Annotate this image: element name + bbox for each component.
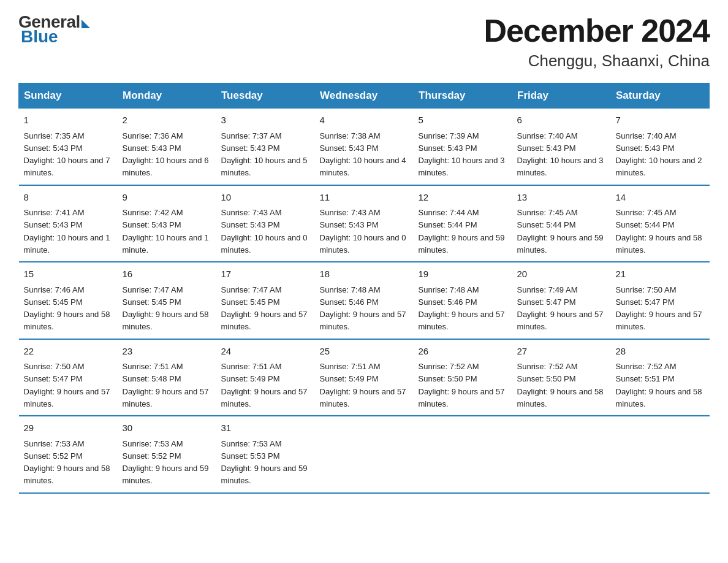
day-number: 6 <box>517 113 606 128</box>
col-sunday: Sunday <box>19 83 118 109</box>
title-section: December 2024 Chenggu, Shaanxi, China <box>483 12 710 71</box>
day-info: Sunrise: 7:49 AMSunset: 5:47 PMDaylight:… <box>517 285 604 332</box>
table-row: 5Sunrise: 7:39 AMSunset: 5:43 PMDaylight… <box>414 109 512 185</box>
day-number: 4 <box>320 113 409 128</box>
table-row: 29Sunrise: 7:53 AMSunset: 5:52 PMDayligh… <box>19 416 118 493</box>
table-row <box>611 416 710 493</box>
table-row: 27Sunrise: 7:52 AMSunset: 5:50 PMDayligh… <box>512 339 611 416</box>
day-info: Sunrise: 7:51 AMSunset: 5:49 PMDaylight:… <box>320 362 406 408</box>
table-row: 22Sunrise: 7:50 AMSunset: 5:47 PMDayligh… <box>19 339 118 416</box>
table-row: 15Sunrise: 7:46 AMSunset: 5:45 PMDayligh… <box>19 262 118 339</box>
day-number: 21 <box>616 267 705 282</box>
col-wednesday: Wednesday <box>315 83 414 109</box>
day-info: Sunrise: 7:45 AMSunset: 5:44 PMDaylight:… <box>616 208 702 255</box>
day-info: Sunrise: 7:36 AMSunset: 5:43 PMDaylight:… <box>123 131 209 178</box>
day-number: 1 <box>24 113 113 128</box>
logo-blue-text: Blue <box>21 27 58 47</box>
day-number: 16 <box>123 267 211 282</box>
day-number: 18 <box>320 267 409 282</box>
table-row: 11Sunrise: 7:43 AMSunset: 5:43 PMDayligh… <box>315 185 414 262</box>
day-info: Sunrise: 7:52 AMSunset: 5:50 PMDaylight:… <box>419 362 505 408</box>
day-number: 28 <box>616 345 705 359</box>
table-row: 8Sunrise: 7:41 AMSunset: 5:43 PMDaylight… <box>19 185 118 262</box>
col-monday: Monday <box>118 83 216 109</box>
day-info: Sunrise: 7:46 AMSunset: 5:45 PMDaylight:… <box>24 285 110 332</box>
table-row: 30Sunrise: 7:53 AMSunset: 5:52 PMDayligh… <box>118 416 216 493</box>
table-row: 1Sunrise: 7:35 AMSunset: 5:43 PMDaylight… <box>19 109 118 185</box>
day-number: 15 <box>24 267 113 282</box>
day-number: 3 <box>221 113 310 128</box>
day-info: Sunrise: 7:51 AMSunset: 5:49 PMDaylight:… <box>221 362 308 408</box>
table-row: 2Sunrise: 7:36 AMSunset: 5:43 PMDaylight… <box>118 109 216 185</box>
table-row: 23Sunrise: 7:51 AMSunset: 5:48 PMDayligh… <box>118 339 216 416</box>
calendar-week-row: 1Sunrise: 7:35 AMSunset: 5:43 PMDaylight… <box>19 109 710 185</box>
day-number: 2 <box>123 113 211 128</box>
table-row: 31Sunrise: 7:53 AMSunset: 5:53 PMDayligh… <box>216 416 315 493</box>
logo: General Blue <box>18 12 90 47</box>
calendar-header-row: Sunday Monday Tuesday Wednesday Thursday… <box>19 83 710 109</box>
table-row: 12Sunrise: 7:44 AMSunset: 5:44 PMDayligh… <box>414 185 512 262</box>
day-info: Sunrise: 7:47 AMSunset: 5:45 PMDaylight:… <box>221 285 308 332</box>
day-number: 24 <box>221 345 310 359</box>
day-number: 12 <box>419 191 507 205</box>
day-number: 14 <box>616 191 705 205</box>
table-row: 3Sunrise: 7:37 AMSunset: 5:43 PMDaylight… <box>216 109 315 185</box>
day-number: 31 <box>221 421 310 435</box>
month-title: December 2024 <box>483 12 710 49</box>
table-row: 6Sunrise: 7:40 AMSunset: 5:43 PMDaylight… <box>512 109 611 185</box>
day-info: Sunrise: 7:47 AMSunset: 5:45 PMDaylight:… <box>123 285 209 332</box>
col-saturday: Saturday <box>611 83 710 109</box>
table-row: 14Sunrise: 7:45 AMSunset: 5:44 PMDayligh… <box>611 185 710 262</box>
col-tuesday: Tuesday <box>216 83 315 109</box>
day-number: 7 <box>616 113 705 128</box>
day-info: Sunrise: 7:35 AMSunset: 5:43 PMDaylight:… <box>24 131 110 178</box>
table-row: 10Sunrise: 7:43 AMSunset: 5:43 PMDayligh… <box>216 185 315 262</box>
day-number: 26 <box>419 345 507 359</box>
day-info: Sunrise: 7:52 AMSunset: 5:50 PMDaylight:… <box>517 362 604 408</box>
table-row: 26Sunrise: 7:52 AMSunset: 5:50 PMDayligh… <box>414 339 512 416</box>
table-row: 25Sunrise: 7:51 AMSunset: 5:49 PMDayligh… <box>315 339 414 416</box>
location-title: Chenggu, Shaanxi, China <box>483 52 710 71</box>
table-row: 9Sunrise: 7:42 AMSunset: 5:43 PMDaylight… <box>118 185 216 262</box>
table-row: 16Sunrise: 7:47 AMSunset: 5:45 PMDayligh… <box>118 262 216 339</box>
day-info: Sunrise: 7:40 AMSunset: 5:43 PMDaylight:… <box>517 131 604 178</box>
table-row: 18Sunrise: 7:48 AMSunset: 5:46 PMDayligh… <box>315 262 414 339</box>
page-header: General Blue December 2024 Chenggu, Shaa… <box>18 12 710 71</box>
day-info: Sunrise: 7:38 AMSunset: 5:43 PMDaylight:… <box>320 131 406 178</box>
table-row: 13Sunrise: 7:45 AMSunset: 5:44 PMDayligh… <box>512 185 611 262</box>
calendar-table: Sunday Monday Tuesday Wednesday Thursday… <box>18 83 710 494</box>
day-info: Sunrise: 7:53 AMSunset: 5:52 PMDaylight:… <box>123 439 209 486</box>
calendar-week-row: 8Sunrise: 7:41 AMSunset: 5:43 PMDaylight… <box>19 185 710 262</box>
table-row: 21Sunrise: 7:50 AMSunset: 5:47 PMDayligh… <box>611 262 710 339</box>
day-number: 17 <box>221 267 310 282</box>
day-info: Sunrise: 7:51 AMSunset: 5:48 PMDaylight:… <box>123 362 209 408</box>
day-info: Sunrise: 7:50 AMSunset: 5:47 PMDaylight:… <box>616 285 702 332</box>
day-number: 30 <box>123 421 211 435</box>
day-number: 27 <box>517 345 606 359</box>
table-row <box>414 416 512 493</box>
table-row: 7Sunrise: 7:40 AMSunset: 5:43 PMDaylight… <box>611 109 710 185</box>
day-info: Sunrise: 7:53 AMSunset: 5:52 PMDaylight:… <box>24 439 110 486</box>
day-info: Sunrise: 7:43 AMSunset: 5:43 PMDaylight:… <box>320 208 406 255</box>
table-row: 24Sunrise: 7:51 AMSunset: 5:49 PMDayligh… <box>216 339 315 416</box>
col-thursday: Thursday <box>414 83 512 109</box>
table-row: 19Sunrise: 7:48 AMSunset: 5:46 PMDayligh… <box>414 262 512 339</box>
table-row <box>512 416 611 493</box>
day-number: 8 <box>24 191 113 205</box>
day-number: 10 <box>221 191 310 205</box>
day-number: 11 <box>320 191 409 205</box>
day-info: Sunrise: 7:50 AMSunset: 5:47 PMDaylight:… <box>24 362 110 408</box>
day-info: Sunrise: 7:53 AMSunset: 5:53 PMDaylight:… <box>221 439 308 486</box>
day-info: Sunrise: 7:43 AMSunset: 5:43 PMDaylight:… <box>221 208 308 255</box>
table-row: 20Sunrise: 7:49 AMSunset: 5:47 PMDayligh… <box>512 262 611 339</box>
day-number: 13 <box>517 191 606 205</box>
col-friday: Friday <box>512 83 611 109</box>
table-row <box>315 416 414 493</box>
day-number: 20 <box>517 267 606 282</box>
calendar-week-row: 29Sunrise: 7:53 AMSunset: 5:52 PMDayligh… <box>19 416 710 493</box>
day-info: Sunrise: 7:48 AMSunset: 5:46 PMDaylight:… <box>419 285 505 332</box>
logo-triangle-icon <box>82 20 90 28</box>
table-row: 28Sunrise: 7:52 AMSunset: 5:51 PMDayligh… <box>611 339 710 416</box>
day-info: Sunrise: 7:40 AMSunset: 5:43 PMDaylight:… <box>616 131 702 178</box>
day-info: Sunrise: 7:44 AMSunset: 5:44 PMDaylight:… <box>419 208 505 255</box>
